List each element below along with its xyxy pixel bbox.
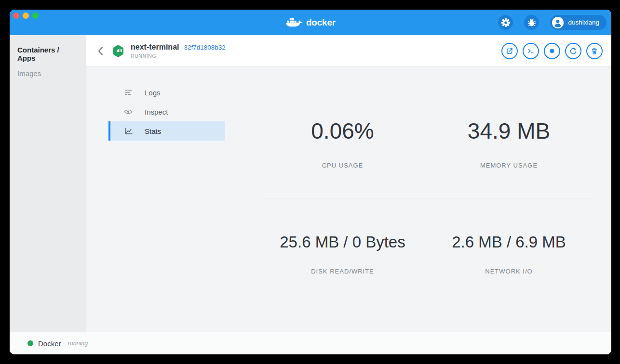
minimize-window-button[interactable]	[23, 13, 29, 19]
back-button[interactable]	[97, 46, 104, 56]
status-bar: Docker running	[10, 332, 611, 354]
network-io-label: NETWORK I/O	[426, 268, 592, 275]
docker-logo: docker	[285, 16, 336, 29]
restart-button[interactable]	[565, 43, 581, 59]
open-in-browser-button[interactable]	[501, 43, 518, 59]
stats-horizontal-divider	[259, 198, 592, 198]
app-body: Containers / Apps Images	[10, 35, 611, 332]
tab-inspect[interactable]: Inspect	[108, 102, 225, 121]
container-status: RUNNING	[131, 53, 226, 59]
container-name: next-terminal	[131, 43, 179, 52]
topbar-controls: dushixiang	[498, 15, 607, 30]
container-header: next-terminal 32f7d1808b32 RUNNING	[86, 35, 611, 67]
footer-app-status: running	[68, 340, 88, 347]
docker-logo-text: docker	[306, 17, 336, 28]
memory-usage-label: MEMORY USAGE	[426, 162, 592, 169]
sidebar: Containers / Apps Images	[10, 35, 86, 332]
cpu-usage-value: 0.06%	[259, 117, 426, 144]
logs-icon	[124, 88, 133, 97]
disk-readwrite-value: 25.6 MB / 0 Bytes	[259, 232, 426, 253]
bug-report-button[interactable]	[524, 15, 539, 30]
container-actions	[501, 43, 603, 59]
eye-icon	[124, 107, 133, 116]
docker-desktop-window: docker	[10, 10, 611, 354]
restart-icon	[568, 46, 578, 56]
user-account-button[interactable]: dushixiang	[550, 15, 607, 30]
settings-button[interactable]	[498, 15, 513, 30]
cpu-usage-label: CPU USAGE	[259, 162, 426, 169]
delete-icon	[590, 46, 599, 56]
stat-memory: 34.9 MB MEMORY USAGE	[426, 117, 592, 169]
container-box-icon	[112, 44, 124, 58]
title-bar: docker	[10, 10, 611, 35]
stat-disk: 25.6 MB / 0 Bytes DISK READ/WRITE	[259, 232, 426, 275]
traffic-lights	[13, 13, 39, 19]
sidebar-item-containers[interactable]: Containers / Apps	[17, 46, 78, 62]
chevron-left-icon	[97, 46, 104, 56]
cli-icon	[526, 46, 536, 56]
disk-readwrite-label: DISK READ/WRITE	[259, 268, 426, 275]
container-title-block: next-terminal 32f7d1808b32 RUNNING	[131, 43, 226, 59]
stop-icon	[547, 46, 557, 56]
docker-running-dot-icon	[27, 340, 33, 346]
memory-usage-value: 34.9 MB	[426, 117, 592, 144]
settings-gear-icon	[501, 18, 511, 27]
container-tabs: Logs Inspect	[108, 83, 225, 141]
docker-whale-icon	[285, 16, 304, 29]
tab-stats[interactable]: Stats	[108, 121, 225, 141]
user-avatar-icon	[552, 17, 564, 28]
chart-icon	[124, 127, 133, 135]
sidebar-item-images[interactable]: Images	[17, 69, 78, 78]
cli-button[interactable]	[523, 43, 539, 59]
stat-cpu: 0.06% CPU USAGE	[259, 117, 426, 169]
tab-label: Inspect	[145, 108, 168, 116]
network-io-value: 2.6 MB / 6.9 MB	[426, 232, 592, 253]
tab-label: Logs	[145, 89, 161, 97]
bug-report-icon	[527, 18, 537, 27]
container-id: 32f7d1808b32	[184, 44, 225, 51]
open-in-browser-icon	[505, 46, 514, 56]
zoom-window-button[interactable]	[32, 13, 39, 19]
close-window-button[interactable]	[13, 13, 19, 19]
delete-button[interactable]	[586, 43, 603, 59]
stop-button[interactable]	[544, 43, 560, 59]
tab-label: Stats	[145, 127, 161, 135]
footer-app-name: Docker	[38, 339, 61, 348]
stats-content: Logs Inspect	[86, 67, 611, 332]
main-panel: next-terminal 32f7d1808b32 RUNNING	[86, 35, 611, 332]
user-name: dushixiang	[568, 19, 599, 26]
tab-logs[interactable]: Logs	[108, 83, 225, 102]
stat-network: 2.6 MB / 6.9 MB NETWORK I/O	[426, 232, 592, 275]
